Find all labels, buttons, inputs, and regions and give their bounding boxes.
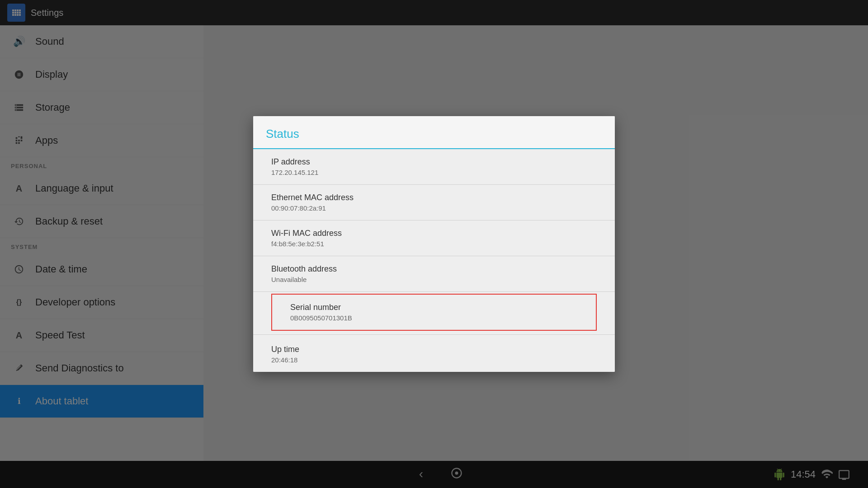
wifi-mac-label: Wi-Fi MAC address [271,229,597,238]
eth-mac-label: Ethernet MAC address [271,193,597,202]
bluetooth-value: Unavailable [271,276,597,283]
eth-mac-value: 00:90:07:80:2a:91 [271,204,597,212]
dialog-title: Status [266,127,299,141]
uptime-row: Up time 20:46:18 [253,337,615,372]
bluetooth-label: Bluetooth address [271,264,597,274]
serial-number-row-highlighted: Serial number 0B0095050701301B [271,294,597,331]
uptime-label: Up time [271,345,597,354]
ip-value: 172.20.145.121 [271,169,597,176]
ip-label: IP address [271,157,597,167]
wifi-mac-row: Wi-Fi MAC address f4:b8:5e:3e:b2:51 [253,221,615,256]
serial-value: 0B0095050701301B [290,314,578,322]
bluetooth-row: Bluetooth address Unavailable [253,256,615,292]
dialog-content[interactable]: IP address 172.20.145.121 Ethernet MAC a… [253,149,615,372]
wifi-mac-value: f4:b8:5e:3e:b2:51 [271,240,597,248]
eth-mac-row: Ethernet MAC address 00:90:07:80:2a:91 [253,185,615,221]
status-dialog: Status IP address 172.20.145.121 Etherne… [253,116,615,372]
serial-label: Serial number [290,303,578,312]
dialog-header: Status [253,116,615,149]
uptime-value: 20:46:18 [271,356,597,364]
serial-row: Serial number 0B0095050701301B [272,295,596,330]
ip-address-row: IP address 172.20.145.121 [253,149,615,185]
